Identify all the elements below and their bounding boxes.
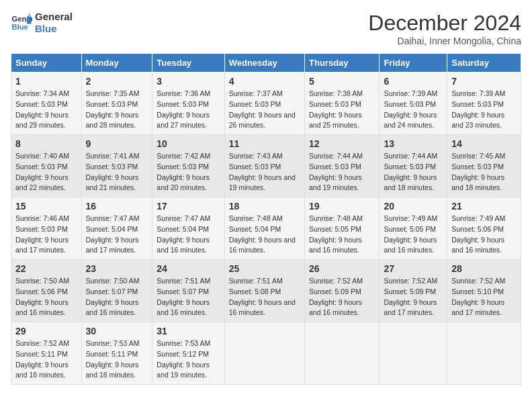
header-thursday: Thursday [305, 54, 380, 73]
day-number: 19 [309, 201, 375, 212]
empty-cell [224, 322, 304, 385]
empty-cell [447, 322, 521, 385]
logo-line1: General [35, 11, 73, 23]
day-info: Sunrise: 7:45 AMSunset: 5:03 PMDaylight:… [451, 152, 505, 191]
day-cell-18: 18 Sunrise: 7:48 AMSunset: 5:04 PMDaylig… [224, 197, 304, 260]
day-cell-15: 15 Sunrise: 7:46 AMSunset: 5:03 PMDaylig… [11, 197, 82, 260]
header: General Blue General Blue December 2024 … [11, 11, 521, 46]
day-info: Sunrise: 7:40 AMSunset: 5:03 PMDaylight:… [15, 152, 69, 191]
weekday-header-row: Sunday Monday Tuesday Wednesday Thursday… [11, 54, 521, 73]
day-number: 3 [157, 76, 220, 87]
day-cell-26: 26 Sunrise: 7:52 AMSunset: 5:09 PMDaylig… [305, 260, 380, 322]
day-info: Sunrise: 7:53 AMSunset: 5:11 PMDaylight:… [86, 339, 140, 379]
day-cell-7: 7 Sunrise: 7:39 AMSunset: 5:03 PMDayligh… [447, 73, 521, 135]
day-number: 26 [309, 263, 375, 274]
day-number: 29 [15, 326, 77, 336]
day-info: Sunrise: 7:44 AMSunset: 5:03 PMDaylight:… [384, 152, 437, 191]
day-cell-4: 4 Sunrise: 7:37 AMSunset: 5:03 PMDayligh… [224, 73, 304, 135]
day-info: Sunrise: 7:50 AMSunset: 5:06 PMDaylight:… [15, 277, 69, 316]
day-info: Sunrise: 7:52 AMSunset: 5:09 PMDaylight:… [384, 277, 437, 316]
day-number: 13 [384, 138, 443, 149]
day-number: 24 [157, 263, 220, 274]
day-number: 31 [157, 326, 220, 336]
day-cell-12: 12 Sunrise: 7:44 AMSunset: 5:03 PMDaylig… [305, 135, 380, 197]
day-cell-13: 13 Sunrise: 7:44 AMSunset: 5:03 PMDaylig… [380, 135, 447, 197]
day-cell-23: 23 Sunrise: 7:50 AMSunset: 5:07 PMDaylig… [81, 260, 152, 322]
day-info: Sunrise: 7:43 AMSunset: 5:03 PMDaylight:… [229, 152, 296, 191]
header-monday: Monday [81, 54, 152, 73]
day-info: Sunrise: 7:36 AMSunset: 5:03 PMDaylight:… [157, 89, 210, 129]
day-number: 20 [384, 201, 443, 212]
day-info: Sunrise: 7:46 AMSunset: 5:03 PMDaylight:… [15, 214, 69, 254]
day-number: 1 [15, 76, 77, 87]
day-number: 18 [229, 201, 300, 212]
day-info: Sunrise: 7:51 AMSunset: 5:08 PMDaylight:… [229, 277, 296, 316]
day-number: 25 [229, 263, 300, 274]
calendar-title: December 2024 [368, 11, 521, 36]
day-cell-8: 8 Sunrise: 7:40 AMSunset: 5:03 PMDayligh… [11, 135, 82, 197]
day-cell-24: 24 Sunrise: 7:51 AMSunset: 5:07 PMDaylig… [152, 260, 224, 322]
day-info: Sunrise: 7:34 AMSunset: 5:03 PMDaylight:… [15, 89, 69, 129]
logo-icon: General Blue [11, 12, 32, 34]
svg-text:Blue: Blue [12, 23, 28, 31]
day-cell-10: 10 Sunrise: 7:42 AMSunset: 5:03 PMDaylig… [152, 135, 224, 197]
day-number: 5 [309, 76, 375, 87]
header-wednesday: Wednesday [224, 54, 304, 73]
day-info: Sunrise: 7:52 AMSunset: 5:11 PMDaylight:… [15, 339, 69, 379]
day-info: Sunrise: 7:42 AMSunset: 5:03 PMDaylight:… [157, 152, 210, 191]
day-number: 28 [451, 263, 517, 274]
day-number: 9 [86, 138, 148, 149]
day-number: 30 [86, 326, 148, 336]
day-cell-30: 30 Sunrise: 7:53 AMSunset: 5:11 PMDaylig… [81, 322, 152, 385]
day-number: 21 [451, 201, 517, 212]
calendar-week-row: 15 Sunrise: 7:46 AMSunset: 5:03 PMDaylig… [11, 197, 521, 260]
day-info: Sunrise: 7:48 AMSunset: 5:05 PMDaylight:… [309, 214, 363, 254]
day-info: Sunrise: 7:52 AMSunset: 5:10 PMDaylight:… [451, 277, 505, 316]
day-number: 15 [15, 201, 77, 212]
calendar-week-row: 8 Sunrise: 7:40 AMSunset: 5:03 PMDayligh… [11, 135, 521, 197]
calendar-week-row: 22 Sunrise: 7:50 AMSunset: 5:06 PMDaylig… [11, 260, 521, 322]
day-number: 2 [86, 76, 148, 87]
day-number: 10 [157, 138, 220, 149]
day-cell-31: 31 Sunrise: 7:53 AMSunset: 5:12 PMDaylig… [152, 322, 224, 385]
day-number: 22 [15, 263, 77, 274]
day-number: 12 [309, 138, 375, 149]
day-cell-27: 27 Sunrise: 7:52 AMSunset: 5:09 PMDaylig… [380, 260, 447, 322]
day-number: 16 [86, 201, 148, 212]
day-info: Sunrise: 7:38 AMSunset: 5:03 PMDaylight:… [309, 89, 363, 129]
day-cell-17: 17 Sunrise: 7:47 AMSunset: 5:04 PMDaylig… [152, 197, 224, 260]
day-cell-21: 21 Sunrise: 7:49 AMSunset: 5:06 PMDaylig… [447, 197, 521, 260]
calendar-week-row: 29 Sunrise: 7:52 AMSunset: 5:11 PMDaylig… [11, 322, 521, 385]
day-cell-6: 6 Sunrise: 7:39 AMSunset: 5:03 PMDayligh… [380, 73, 447, 135]
day-info: Sunrise: 7:37 AMSunset: 5:03 PMDaylight:… [229, 89, 296, 129]
day-number: 8 [15, 138, 77, 149]
day-number: 7 [451, 76, 517, 87]
day-number: 6 [384, 76, 443, 87]
day-cell-5: 5 Sunrise: 7:38 AMSunset: 5:03 PMDayligh… [305, 73, 380, 135]
calendar-week-row: 1 Sunrise: 7:34 AMSunset: 5:03 PMDayligh… [11, 73, 521, 135]
day-info: Sunrise: 7:47 AMSunset: 5:04 PMDaylight:… [86, 214, 140, 254]
day-number: 14 [451, 138, 517, 149]
day-cell-1: 1 Sunrise: 7:34 AMSunset: 5:03 PMDayligh… [11, 73, 82, 135]
day-info: Sunrise: 7:47 AMSunset: 5:04 PMDaylight:… [157, 214, 210, 254]
day-cell-19: 19 Sunrise: 7:48 AMSunset: 5:05 PMDaylig… [305, 197, 380, 260]
day-cell-16: 16 Sunrise: 7:47 AMSunset: 5:04 PMDaylig… [81, 197, 152, 260]
day-info: Sunrise: 7:35 AMSunset: 5:03 PMDaylight:… [86, 89, 140, 129]
day-info: Sunrise: 7:41 AMSunset: 5:03 PMDaylight:… [86, 152, 140, 191]
day-info: Sunrise: 7:44 AMSunset: 5:03 PMDaylight:… [309, 152, 363, 191]
calendar-subtitle: Daihai, Inner Mongolia, China [368, 36, 521, 46]
day-cell-22: 22 Sunrise: 7:50 AMSunset: 5:06 PMDaylig… [11, 260, 82, 322]
day-cell-9: 9 Sunrise: 7:41 AMSunset: 5:03 PMDayligh… [81, 135, 152, 197]
calendar-table: Sunday Monday Tuesday Wednesday Thursday… [11, 53, 521, 385]
day-cell-14: 14 Sunrise: 7:45 AMSunset: 5:03 PMDaylig… [447, 135, 521, 197]
day-info: Sunrise: 7:49 AMSunset: 5:06 PMDaylight:… [451, 214, 505, 254]
day-info: Sunrise: 7:53 AMSunset: 5:12 PMDaylight:… [157, 339, 210, 379]
day-cell-25: 25 Sunrise: 7:51 AMSunset: 5:08 PMDaylig… [224, 260, 304, 322]
empty-cell [380, 322, 447, 385]
day-cell-3: 3 Sunrise: 7:36 AMSunset: 5:03 PMDayligh… [152, 73, 224, 135]
day-cell-29: 29 Sunrise: 7:52 AMSunset: 5:11 PMDaylig… [11, 322, 82, 385]
day-number: 27 [384, 263, 443, 274]
day-info: Sunrise: 7:48 AMSunset: 5:04 PMDaylight:… [229, 214, 296, 254]
day-number: 4 [229, 76, 300, 87]
header-saturday: Saturday [447, 54, 521, 73]
